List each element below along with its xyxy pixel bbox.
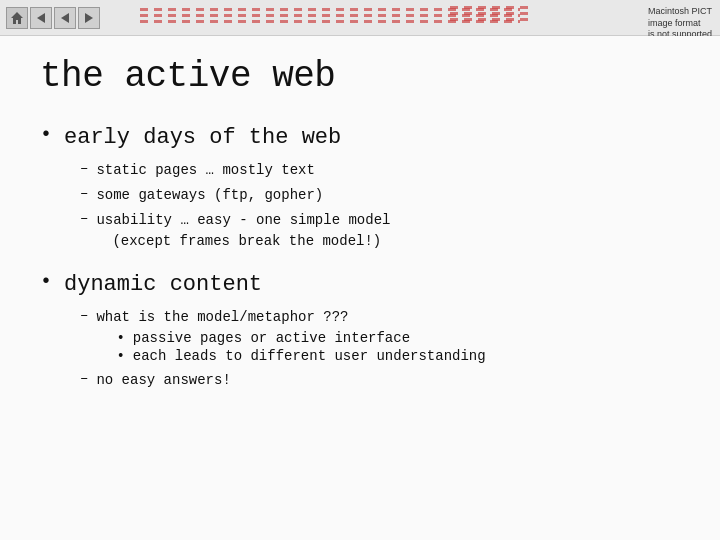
sub-dash: – bbox=[80, 210, 88, 226]
home-button[interactable] bbox=[6, 7, 28, 29]
sub-sub-item-2: • each leads to different user understan… bbox=[116, 348, 485, 364]
sub-dash: – bbox=[80, 307, 88, 323]
bullet-label-2: dynamic content bbox=[64, 272, 262, 297]
sub-sub-text-2: each leads to different user understandi… bbox=[133, 348, 486, 364]
nav-buttons bbox=[6, 7, 100, 29]
sub-item-text-1-3: usability … easy - one simple model bbox=[96, 210, 390, 231]
sub-item-2-1: – what is the model/metaphor ??? • passi… bbox=[80, 307, 680, 366]
sub-item-1-1: – static pages … mostly text bbox=[80, 160, 680, 181]
sub-dash: – bbox=[80, 185, 88, 201]
page-title: the active web bbox=[40, 56, 680, 97]
sub-item-text-2-1: what is the model/metaphor ??? bbox=[96, 307, 485, 328]
bullet-dot-1: • bbox=[40, 123, 52, 146]
sub-sub-text-1: passive pages or active interface bbox=[133, 330, 410, 346]
sub-sub-dot: • bbox=[116, 348, 124, 364]
sub-item-text-1-1: static pages … mostly text bbox=[96, 160, 314, 181]
sub-item-text-1-2: some gateways (ftp, gopher) bbox=[96, 185, 323, 206]
bullet-item-1: • early days of the web bbox=[40, 125, 680, 150]
back2-button[interactable] bbox=[54, 7, 76, 29]
sub-sub-item-1: • passive pages or active interface bbox=[116, 330, 485, 346]
bullet-section-1: • early days of the web – static pages …… bbox=[40, 125, 680, 252]
sub-dash: – bbox=[80, 370, 88, 386]
pict-line2: image format bbox=[648, 18, 712, 30]
back-button[interactable] bbox=[30, 7, 52, 29]
bullet-item-2: • dynamic content bbox=[40, 272, 680, 297]
sub-dash: – bbox=[80, 160, 88, 176]
sub-list-1: – static pages … mostly text – some gate… bbox=[80, 160, 680, 252]
svg-marker-0 bbox=[11, 12, 23, 24]
continuation-1: (except frames break the model!) bbox=[112, 231, 390, 252]
sub-item-2-2: – no easy answers! bbox=[80, 370, 680, 391]
pict-line1: Macintosh PICT bbox=[648, 6, 712, 18]
sub-sub-dot: • bbox=[116, 330, 124, 346]
sub-sub-list: • passive pages or active interface • ea… bbox=[116, 330, 485, 364]
svg-marker-1 bbox=[37, 13, 45, 23]
svg-marker-2 bbox=[61, 13, 69, 23]
sub-list-2: – what is the model/metaphor ??? • passi… bbox=[80, 307, 680, 391]
bullet-dot-2: • bbox=[40, 270, 52, 293]
sub-item-1-3: – usability … easy - one simple model (e… bbox=[80, 210, 680, 252]
top-right-dashes bbox=[450, 6, 530, 22]
main-content: the active web • early days of the web –… bbox=[0, 36, 720, 540]
sub-item-text-2-2: no easy answers! bbox=[96, 370, 230, 391]
bullet-label-1: early days of the web bbox=[64, 125, 341, 150]
svg-marker-3 bbox=[85, 13, 93, 23]
toolbar bbox=[0, 0, 720, 36]
sub-item-1-2: – some gateways (ftp, gopher) bbox=[80, 185, 680, 206]
forward-button[interactable] bbox=[78, 7, 100, 29]
bullet-section-2: • dynamic content – what is the model/me… bbox=[40, 272, 680, 391]
